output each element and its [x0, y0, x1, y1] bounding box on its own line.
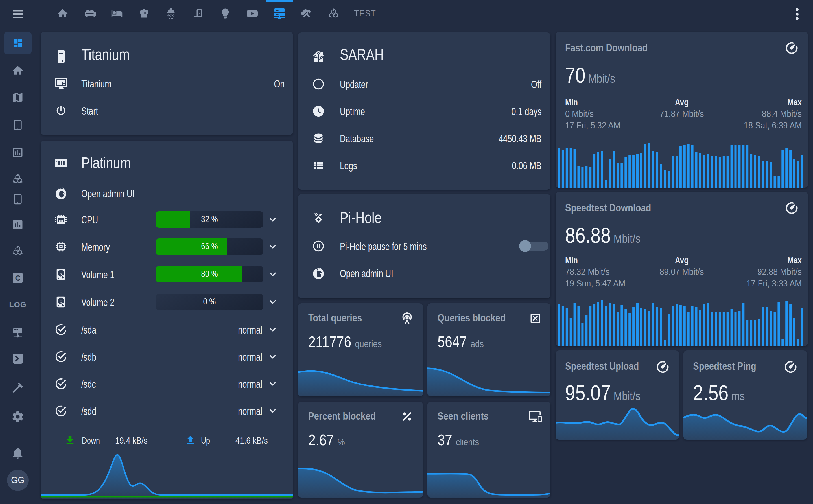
- svg-text:C: C: [15, 274, 21, 282]
